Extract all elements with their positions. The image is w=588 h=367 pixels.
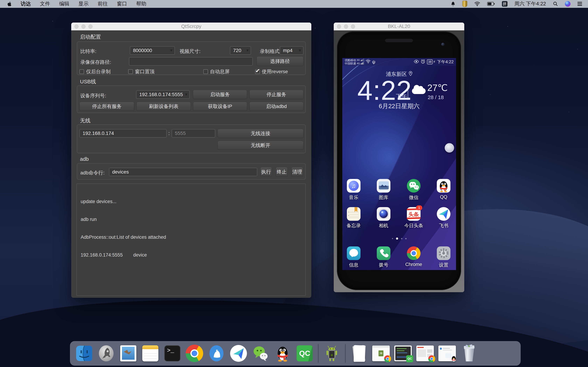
app-dialer[interactable]: 拨号 — [377, 246, 390, 260]
checkbox-auto-screen-off[interactable]: 自动息屏 — [203, 68, 230, 75]
dock-feishu-icon[interactable] — [230, 345, 247, 362]
phone-screen[interactable]: 优酷移动 3G 中国联通 4G ψ — [342, 58, 456, 270]
app-messages[interactable]: 信息 — [347, 246, 361, 260]
wireless-ip-input[interactable] — [79, 129, 167, 138]
app-chrome[interactable]: Chrome — [407, 246, 421, 260]
record-format-combo[interactable]: mp4 ▾ — [280, 46, 303, 55]
dock-wechat-icon[interactable] — [252, 345, 269, 362]
video-size-label: 视频尺寸: — [180, 48, 200, 55]
apple-menu-icon[interactable] — [7, 1, 12, 7]
dock-trash-icon[interactable] — [460, 345, 478, 362]
app-camera[interactable]: 相机 — [377, 207, 390, 221]
app-toutiao[interactable]: 头条 1 今日头条 — [407, 207, 421, 221]
dock-minimized-qq-window[interactable] — [438, 345, 456, 361]
qtscrcpy-titlebar[interactable]: QtScrcpy — [71, 23, 311, 30]
app-gallery[interactable]: 图库 — [377, 179, 390, 192]
bitrate-combo[interactable]: 8000000 ▾ — [130, 46, 175, 55]
menu-item-window[interactable]: 窗口 — [117, 0, 127, 7]
net1-label: 3G — [357, 59, 360, 61]
dock-launchpad-icon[interactable] — [97, 345, 115, 362]
checkbox-use-reverse[interactable]: 使用reverse — [255, 68, 288, 75]
battery-icon[interactable] — [487, 2, 495, 6]
dock-minimized-webpage-window[interactable] — [416, 345, 434, 361]
app-qq[interactable]: QQ — [437, 179, 450, 192]
zoom-button[interactable] — [88, 25, 93, 29]
menu-item-view[interactable]: 显示 — [78, 0, 88, 7]
close-button[interactable] — [74, 25, 78, 29]
phone-window-titlebar[interactable]: BKL-AL20 — [334, 23, 464, 30]
app-settings[interactable]: 设置 — [437, 246, 450, 260]
wifi-icon[interactable] — [474, 1, 480, 6]
password-manager-shield-icon[interactable] — [462, 1, 467, 7]
adb-terminate-button[interactable]: 终止 — [276, 167, 288, 177]
app-music[interactable]: ♫ 音乐 — [347, 179, 361, 192]
dock-qc-app-icon[interactable]: QC — [296, 345, 313, 362]
wireless-port-input[interactable] — [172, 129, 215, 138]
notification-badge: 1 — [416, 205, 422, 210]
start-service-button[interactable]: 启动服务 — [193, 90, 247, 99]
spotlight-search-icon[interactable] — [553, 1, 558, 6]
dock-minimized-qc-window[interactable]: QC — [394, 345, 412, 361]
widget-ampm: 下午 — [396, 93, 407, 100]
minimize-button[interactable] — [344, 25, 348, 29]
dock-finder-icon[interactable] — [75, 345, 93, 362]
app-feishu[interactable]: 飞书 — [437, 207, 450, 221]
app-wechat[interactable]: 微信 — [407, 179, 421, 192]
floating-ball[interactable] — [445, 143, 454, 153]
zoom-button[interactable] — [351, 25, 355, 29]
serial-combo[interactable]: 192.168.0.174:5555 ▾ — [136, 90, 190, 99]
wireless-disconnect-button[interactable]: 无线断开 — [217, 141, 303, 150]
page-dot-active — [396, 237, 398, 240]
dock-divider — [318, 344, 319, 363]
wireless-connect-button[interactable]: 无线连接 — [217, 129, 303, 138]
log-line: adb run — [81, 216, 302, 222]
get-device-ip-button[interactable]: 获取设备IP — [193, 102, 247, 111]
camera-icon — [377, 207, 390, 221]
eye-comfort-icon — [414, 59, 419, 64]
menu-item-go[interactable]: 前往 — [98, 0, 108, 7]
menu-item-help[interactable]: 帮助 — [136, 0, 146, 7]
menu-item-edit[interactable]: 编辑 — [59, 0, 69, 7]
menubar-clock[interactable]: 周六 下午4:22 — [515, 0, 546, 7]
choose-path-button[interactable]: 选择路径 — [257, 57, 303, 66]
siri-icon[interactable] — [565, 1, 571, 7]
dock-minimized-chrome-window[interactable]: 坤 — [372, 345, 390, 361]
qq-badge-icon — [450, 355, 457, 362]
notification-bell-icon[interactable] — [451, 1, 455, 7]
dock-qq-icon[interactable] — [274, 345, 291, 362]
checkbox-window-topmost[interactable]: 窗口置顶 — [128, 68, 155, 75]
stop-all-services-button[interactable]: 停止所有服务 — [79, 102, 134, 111]
adb-cmd-input[interactable] — [109, 168, 257, 176]
dock-sealion-app-icon[interactable] — [208, 345, 225, 362]
feishu-icon — [437, 207, 450, 221]
adb-clear-button[interactable]: 清理 — [291, 167, 303, 177]
chrome-badge-icon — [428, 355, 435, 362]
record-path-input[interactable] — [129, 57, 253, 66]
menu-item-finder[interactable]: 访达 — [21, 0, 31, 7]
dock-mail-icon[interactable] — [120, 345, 137, 362]
refresh-devices-button[interactable]: 刷新设备列表 — [137, 102, 191, 111]
adb-exec-button[interactable]: 执行 — [260, 167, 272, 177]
thumb-glyph: 坤 — [379, 350, 383, 356]
widget-time: 4:22 — [357, 75, 412, 106]
dock-terminal-icon[interactable]: >_ — [164, 345, 181, 362]
widget-temperature: 27℃ — [427, 83, 448, 93]
close-button[interactable] — [337, 25, 341, 29]
input-method-icon[interactable]: 拼 — [502, 1, 508, 7]
adb-log-output: update devices... adb run AdbProcess::ou… — [77, 184, 306, 296]
serial-label: 设备序列号: — [80, 92, 106, 99]
stop-service-button[interactable]: 停止服务 — [249, 90, 303, 99]
dock-documents-stack-icon[interactable] — [350, 345, 368, 362]
video-size-combo[interactable]: 720 ▾ — [230, 46, 251, 55]
notification-center-icon[interactable] — [578, 1, 582, 7]
net2-label: 4G — [357, 62, 360, 65]
checkbox-background-record[interactable]: 仅后台录制 — [79, 68, 111, 75]
dock-scrcpy-android-icon[interactable] — [323, 345, 341, 362]
dock-notes-icon[interactable] — [142, 345, 159, 362]
dock-chrome-icon[interactable] — [186, 345, 203, 362]
config-group: 比特率: 8000000 ▾ 视频尺寸: 720 ▾ 录制格式: mp4 ▾ 录… — [77, 42, 306, 75]
minimize-button[interactable] — [81, 25, 86, 29]
start-adbd-button[interactable]: 启动adbd — [249, 102, 303, 111]
menu-item-file[interactable]: 文件 — [40, 0, 50, 7]
app-notes[interactable]: 备忘录 — [347, 207, 361, 221]
